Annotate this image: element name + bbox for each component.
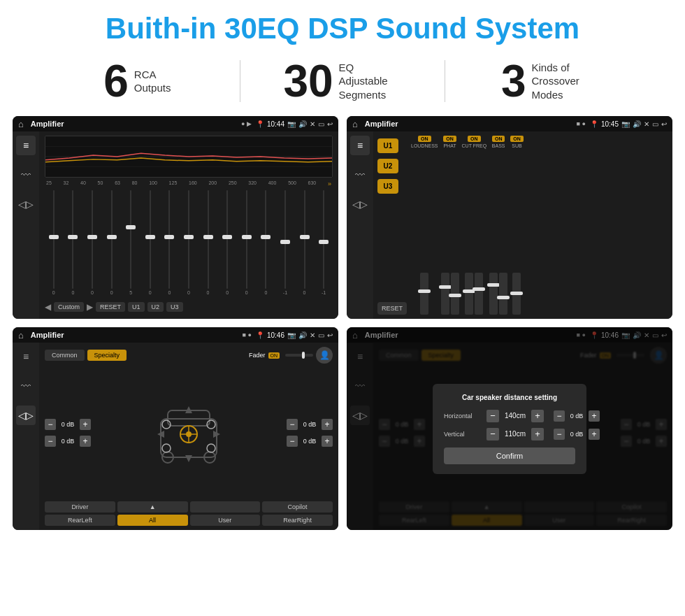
v-db-minus[interactable]: −: [554, 429, 565, 440]
vertical-control: − 110cm +: [486, 428, 544, 440]
slider-250[interactable]: 0: [238, 190, 256, 295]
u1-button[interactable]: U1: [377, 138, 398, 153]
sub-slider-g[interactable]: [512, 273, 521, 315]
slider-630[interactable]: -1: [315, 190, 333, 295]
mode-tabs: Common Specialty Fader ON 👤: [45, 347, 333, 364]
sidebar-wave-icon-3[interactable]: 〰: [16, 376, 36, 396]
db-fr-plus[interactable]: +: [322, 419, 333, 430]
speaker-main-content: Common Specialty Fader ON 👤: [39, 343, 338, 530]
slider-25[interactable]: 0: [45, 190, 63, 295]
all-btn[interactable]: All: [117, 515, 188, 526]
time-speaker: 10:46: [267, 331, 284, 339]
db-rl-plus[interactable]: +: [80, 436, 91, 447]
sidebar-speaker-icon[interactable]: ◁▷: [16, 194, 36, 214]
rearright-btn[interactable]: RearRight: [262, 515, 333, 526]
horizontal-minus[interactable]: −: [486, 410, 499, 422]
home-icon-3[interactable]: ⌂: [18, 330, 24, 341]
sidebar-eq-icon-2[interactable]: ≡: [350, 136, 370, 155]
cutfreq-slider-f[interactable]: [465, 273, 473, 315]
channel-controls: ON LOUDNESS ON PHAT: [411, 136, 668, 315]
up-btn[interactable]: ▲: [117, 501, 188, 513]
reset-btn[interactable]: RESET: [96, 302, 125, 312]
slider-200[interactable]: 0: [218, 190, 236, 295]
slider-160[interactable]: 0: [199, 190, 217, 295]
next-arrow[interactable]: ▶: [87, 302, 93, 312]
u3-btn[interactable]: U3: [166, 302, 183, 312]
status-icons-eq: 📍 10:44 📷 🔊 ✕ ▭ ↩: [256, 120, 333, 128]
user-btn[interactable]: User: [190, 515, 261, 526]
sidebar-eq-icon-3[interactable]: ≡: [16, 347, 36, 366]
u2-btn[interactable]: U2: [147, 302, 164, 312]
sidebar-wave-icon-2[interactable]: 〰: [350, 165, 370, 185]
vertical-minus[interactable]: −: [486, 428, 499, 440]
bass-on: ON: [492, 136, 505, 142]
stats-row: 6 RCAOutputs 30 EQ AdjustableSegments 3 …: [0, 52, 685, 116]
driver-btn[interactable]: Driver: [45, 501, 115, 513]
person-icon[interactable]: 👤: [316, 347, 333, 364]
cutfreq-on: ON: [468, 136, 481, 142]
db-rr-plus[interactable]: +: [322, 436, 333, 447]
bass-slider-f[interactable]: [499, 273, 507, 315]
slider-80[interactable]: 0: [141, 190, 159, 295]
specialty-tab[interactable]: Specialty: [87, 350, 127, 361]
bass-slider-g[interactable]: [489, 273, 498, 315]
phat-slider-f[interactable]: [451, 273, 459, 315]
sidebar-wave-icon[interactable]: 〰: [16, 165, 36, 185]
loudness-label: LOUDNESS: [411, 143, 438, 148]
slider-400[interactable]: -1: [276, 190, 294, 295]
slider-32[interactable]: 0: [64, 190, 82, 295]
copilot-btn[interactable]: Copilot: [262, 501, 333, 513]
location-icon: 📍: [256, 120, 264, 128]
prev-arrow[interactable]: ◀: [45, 302, 51, 312]
stat-crossover: 3 Kinds ofCrossover Modes: [452, 59, 643, 103]
v-db-plus[interactable]: +: [589, 429, 600, 440]
sidebar-eq-icon[interactable]: ≡: [16, 136, 36, 155]
slider-500[interactable]: 0: [296, 190, 314, 295]
time-eq: 10:44: [267, 120, 284, 128]
car-diagram: [96, 368, 281, 497]
crossover-main-content: U1 U2 U3 RESET ON LOUDNESS: [373, 131, 672, 319]
db-rr-minus[interactable]: −: [287, 436, 298, 447]
h-db-plus[interactable]: +: [589, 410, 600, 422]
sidebar-speaker-icon-2[interactable]: ◁▷: [350, 194, 370, 214]
camera-icon: 📷: [287, 120, 296, 128]
db-control-fr: − 0 dB +: [287, 419, 333, 430]
screen-dialog: ⌂ Amplifier ■ ● 📍 10:46 📷 🔊 ✕ ▭ ↩ ≡ 〰 ◁▷: [347, 327, 672, 530]
fader-slider[interactable]: [285, 354, 313, 357]
db-rr-value: 0 dB: [300, 438, 319, 445]
db-rl-minus[interactable]: −: [45, 436, 56, 447]
slider-50[interactable]: 0: [103, 190, 121, 295]
sidebar-speaker-icon-3[interactable]: ◁▷: [16, 406, 36, 425]
db-fl-minus[interactable]: −: [45, 419, 56, 430]
camera-icon-3: 📷: [287, 331, 296, 339]
vertical-plus[interactable]: +: [531, 428, 544, 440]
slider-100[interactable]: 0: [161, 190, 179, 295]
home-icon[interactable]: ⌂: [18, 119, 24, 129]
stat-divider-1: [240, 60, 240, 102]
custom-preset[interactable]: Custom: [54, 302, 84, 312]
svg-point-10: [162, 444, 171, 452]
slider-320[interactable]: 0: [257, 190, 275, 295]
rearleft-btn[interactable]: RearLeft: [45, 515, 115, 526]
confirm-button[interactable]: Confirm: [444, 447, 575, 464]
u1-btn[interactable]: U1: [128, 302, 145, 312]
slider-63[interactable]: 5: [122, 190, 140, 295]
crossover-reset[interactable]: RESET: [377, 302, 407, 315]
horizontal-plus[interactable]: +: [531, 410, 544, 422]
sub-on: ON: [510, 136, 524, 142]
common-tab[interactable]: Common: [45, 350, 85, 361]
vertical-db-right: − 0 dB +: [554, 429, 600, 440]
loudness-slider[interactable]: [420, 273, 428, 315]
u2-button[interactable]: U2: [377, 159, 398, 173]
db-fl-plus[interactable]: +: [80, 419, 91, 430]
slider-125[interactable]: 0: [180, 190, 198, 295]
phat-slider-g[interactable]: [441, 273, 449, 315]
h-db-minus[interactable]: −: [554, 410, 565, 422]
spacer: [377, 199, 407, 296]
eq-left-sidebar: ≡ 〰 ◁▷: [13, 131, 39, 319]
home-icon-2[interactable]: ⌂: [352, 119, 358, 129]
db-fr-minus[interactable]: −: [287, 419, 298, 430]
slider-40[interactable]: 0: [83, 190, 101, 295]
cutfreq-slider-g[interactable]: [475, 273, 483, 315]
u3-button[interactable]: U3: [377, 179, 398, 194]
